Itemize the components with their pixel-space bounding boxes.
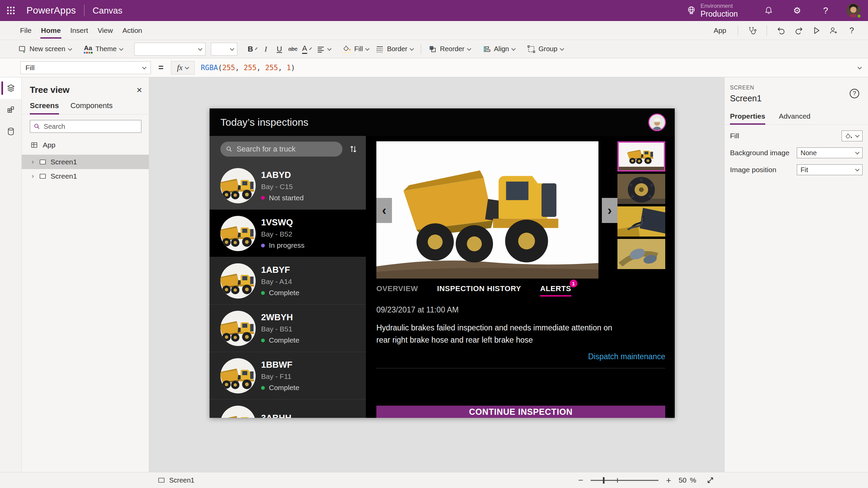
menu-action[interactable]: Action (118, 21, 147, 40)
italic-button[interactable]: I (259, 42, 273, 57)
preview-play-icon[interactable] (809, 23, 824, 38)
alert-timestamp: 09/23/2017 at 11:00 AM (376, 305, 665, 314)
text-align-button[interactable] (313, 42, 334, 57)
status-dot (261, 291, 265, 295)
thumbnail-truck[interactable] (617, 141, 665, 171)
rail-insert[interactable] (0, 99, 21, 121)
zoom-slider-tick (617, 478, 618, 483)
dispatch-maintenance-link[interactable]: Dispatch maintenance (588, 352, 665, 361)
thumbnail-hydraulics[interactable] (617, 206, 665, 237)
statusbar-screen[interactable]: Screen1 (158, 476, 195, 484)
menu-view[interactable]: View (93, 21, 118, 40)
tree-search-box[interactable] (30, 120, 141, 133)
bold-button[interactable]: B (245, 42, 259, 57)
rail-tree-view[interactable] (0, 77, 21, 99)
truck-list-item[interactable]: 1ABYF Bay - A14 Complete (210, 257, 366, 304)
truck-search-box[interactable] (220, 142, 342, 157)
truck-list-item[interactable]: 3ABHH Bay - B09 (210, 399, 366, 418)
menu-insert[interactable]: Insert (65, 21, 93, 40)
tree-item-screen1[interactable]: Screen1 (22, 155, 149, 169)
chevron-right-icon[interactable] (31, 174, 35, 179)
app-preview[interactable]: Today’s inspections (210, 108, 675, 418)
sort-icon[interactable] (349, 144, 358, 154)
font-color-button[interactable]: A (300, 42, 313, 57)
redo-icon[interactable] (791, 23, 806, 38)
truck-bay: Bay - B51 (261, 325, 299, 333)
background-image-select[interactable]: None (797, 147, 863, 158)
carousel-next-button[interactable]: › (602, 198, 617, 223)
zoom-out-button[interactable]: − (578, 475, 583, 486)
topbar-divider (84, 5, 84, 16)
photo-carousel: ‹ › (376, 141, 665, 279)
fit-to-window-icon[interactable] (706, 476, 714, 484)
waffle-menu-icon[interactable] (0, 0, 22, 21)
underline-button[interactable]: U (273, 42, 286, 57)
tab-components[interactable]: Components (71, 101, 113, 114)
notifications-bell-icon[interactable] (761, 3, 776, 18)
inspector-avatar[interactable] (648, 114, 666, 131)
alert-description: Hydraulic brakes failed inspection and n… (376, 322, 627, 346)
fill-color-picker[interactable] (842, 130, 863, 141)
fx-button[interactable]: fx (171, 61, 195, 75)
fill-button[interactable]: Fill (340, 42, 373, 57)
tree-item-app[interactable]: App (22, 138, 149, 155)
menu-home[interactable]: Home (36, 21, 65, 40)
tree-view-panel: Tree view × Screens Components App Scree… (22, 77, 149, 472)
tab-screens[interactable]: Screens (30, 101, 59, 114)
zoom-slider[interactable] (591, 480, 658, 481)
app-menu-button[interactable]: App (709, 21, 731, 40)
strikethrough-button[interactable]: abc (286, 42, 300, 57)
tab-inspection-history[interactable]: INSPECTION HISTORY (437, 284, 521, 297)
search-icon (226, 145, 233, 153)
settings-gear-icon[interactable]: ⚙ (789, 3, 805, 18)
formula-expand-chevron[interactable] (857, 65, 862, 69)
tab-advanced[interactable]: Advanced (779, 112, 810, 124)
share-person-add-icon[interactable] (827, 23, 842, 38)
truck-list-item[interactable]: 1BBWF Bay - F11 Complete (210, 352, 366, 399)
reorder-button[interactable]: Reorder (425, 42, 474, 57)
tab-properties[interactable]: Properties (730, 112, 765, 124)
presence-dot (856, 14, 862, 19)
property-select[interactable]: Fill (20, 61, 151, 74)
reorder-icon (429, 45, 437, 53)
truck-list-item[interactable]: 2WBYH Bay - B51 Complete (210, 304, 366, 352)
thumbnail-brake-hose[interactable] (617, 239, 665, 269)
panel-help-icon[interactable]: ? (850, 89, 859, 98)
continue-inspection-button[interactable]: CONTINUE INSPECTION (376, 406, 665, 418)
theme-button[interactable]: Aa Theme (80, 42, 126, 57)
font-family-select[interactable] (134, 43, 205, 56)
rail-data-sources[interactable] (0, 121, 21, 142)
menu-file[interactable]: File (15, 21, 36, 40)
truck-list-item-selected[interactable]: 1VSWQ Bay - B52 In progress (210, 209, 366, 257)
account-avatar[interactable] (846, 3, 861, 18)
thumbnail-wheel[interactable] (617, 174, 665, 204)
border-icon (376, 45, 384, 53)
image-position-select[interactable]: Fit (797, 164, 863, 175)
environment-picker[interactable]: Environment Production (686, 3, 738, 18)
tree-item-screen1-b[interactable]: Screen1 (22, 169, 149, 183)
border-button[interactable]: Border (372, 42, 417, 57)
chevron-right-icon[interactable] (31, 160, 35, 164)
carousel-prev-button[interactable]: ‹ (376, 198, 392, 223)
align-button[interactable]: Align (479, 42, 518, 57)
help-menu-icon[interactable]: ? (844, 23, 859, 38)
help-icon[interactable]: ? (818, 3, 833, 18)
group-button[interactable]: Group (524, 42, 567, 57)
status-label: Complete (269, 289, 299, 297)
formula-input[interactable]: RGBA(255, 255, 255, 1) (201, 64, 295, 72)
font-size-select[interactable] (211, 43, 237, 56)
app-checker-icon[interactable] (745, 23, 760, 38)
selected-control-name: Screen1 (730, 94, 863, 103)
tab-overview[interactable]: OVERVIEW (376, 284, 418, 297)
zoom-in-button[interactable]: + (666, 475, 671, 486)
close-icon[interactable]: × (137, 85, 142, 95)
search-icon (34, 123, 40, 130)
tab-alerts[interactable]: ALERTS1 (540, 284, 571, 297)
new-screen-button[interactable]: New screen (15, 42, 75, 57)
undo-icon[interactable] (774, 23, 789, 38)
tree-search-input[interactable] (44, 123, 138, 130)
truck-list-item[interactable]: 1ABYD Bay - C15 Not started (210, 162, 366, 209)
zoom-slider-thumb[interactable] (603, 477, 605, 484)
design-canvas[interactable]: Today’s inspections (149, 77, 724, 472)
truck-search-input[interactable] (237, 145, 337, 154)
